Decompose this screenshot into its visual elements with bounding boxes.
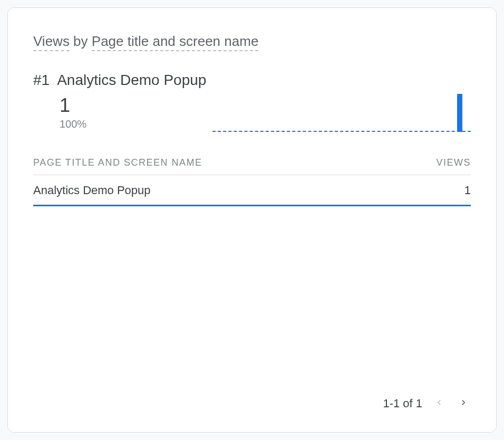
title-metric[interactable]: Views [33,33,70,51]
title-dimension[interactable]: Page title and screen name [92,33,259,51]
table-row[interactable]: Analytics Demo Popup 1 [33,175,471,206]
analytics-card: Views by Page title and screen name #1 A… [7,7,497,433]
sparkline-baseline [212,131,471,132]
sparkline-chart [212,90,471,132]
card-title: Views by Page title and screen name [33,33,471,50]
page-info: 1-1 of 1 [383,397,422,410]
feature-rank: #1 [33,72,50,89]
td-value: 1 [464,184,471,197]
feature-summary: #1 Analytics Demo Popup 1 100% [33,72,471,132]
feature-label: #1 Analytics Demo Popup [33,72,212,89]
th-name[interactable]: PAGE TITLE AND SCREEN NAME [33,157,202,168]
chevron-left-icon [434,397,444,410]
title-by: by [70,33,92,49]
feature-name: Analytics Demo Popup [57,72,206,89]
feature-pct: 100% [60,118,212,130]
table-header: PAGE TITLE AND SCREEN NAME VIEWS [33,151,471,175]
feature-left: #1 Analytics Demo Popup 1 100% [33,72,212,130]
th-value[interactable]: VIEWS [436,157,471,168]
sparkline-bar [457,94,462,132]
pagination: 1-1 of 1 [383,396,471,411]
chevron-right-icon [458,397,469,410]
prev-page-button[interactable] [432,396,447,411]
feature-value: 1 [60,96,212,115]
td-name: Analytics Demo Popup [33,184,151,197]
feature-stats: 1 100% [33,96,212,130]
next-page-button[interactable] [456,396,471,411]
